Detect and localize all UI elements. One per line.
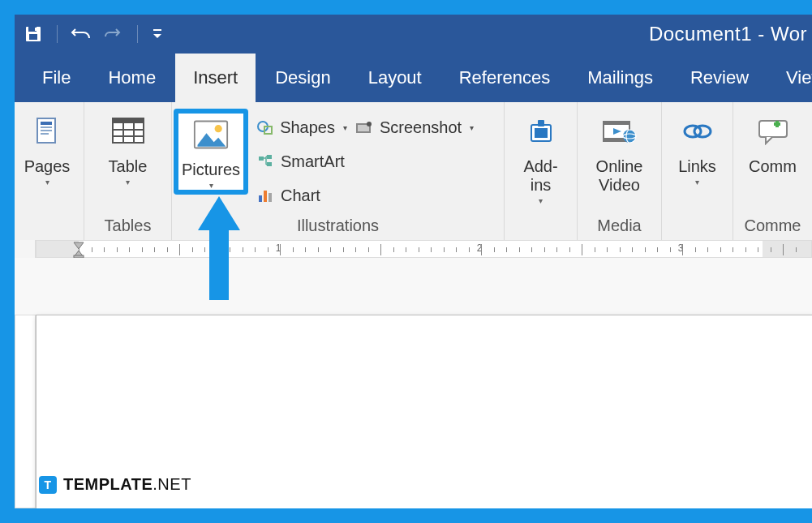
chart-label: Chart	[281, 186, 320, 205]
group-label-tables: Tables	[84, 216, 171, 240]
svg-rect-33	[604, 122, 629, 125]
redo-icon[interactable]	[103, 24, 124, 45]
pages-icon	[29, 114, 65, 149]
tab-home[interactable]: Home	[90, 54, 174, 102]
save-icon[interactable]	[23, 24, 44, 45]
watermark: T TEMPLATE.NET	[39, 475, 191, 494]
svg-rect-27	[358, 125, 369, 131]
tab-review[interactable]: Review	[672, 54, 767, 102]
pictures-button[interactable]: Pictures ▾	[174, 109, 248, 195]
comment-label: Comm	[749, 157, 797, 176]
svg-rect-25	[269, 193, 272, 202]
dropdown-caret-icon: ▾	[539, 196, 543, 205]
quick-access-toolbar	[15, 24, 164, 45]
svg-rect-11	[113, 118, 144, 123]
svg-rect-6	[41, 122, 52, 125]
svg-rect-7	[41, 126, 52, 128]
svg-rect-21	[267, 155, 272, 159]
group-label-addins	[505, 216, 577, 240]
document-area	[15, 258, 812, 508]
group-label-comments: Comme	[733, 216, 812, 240]
vertical-ruler[interactable]	[15, 315, 36, 508]
svg-rect-20	[259, 156, 264, 161]
addins-button[interactable]: Add- ins ▾	[505, 109, 577, 205]
comment-icon	[755, 114, 791, 149]
addins-label: Add- ins	[523, 157, 557, 195]
svg-rect-2	[29, 34, 37, 40]
pages-label: Pages	[24, 157, 71, 176]
dropdown-caret-icon: ▾	[343, 123, 347, 132]
group-pages: Pages ▾	[15, 102, 84, 240]
smartart-icon	[256, 152, 274, 170]
screenshot-button[interactable]: Screenshot ▾	[355, 114, 485, 141]
svg-rect-24	[264, 191, 267, 202]
tab-view[interactable]: View	[768, 54, 812, 102]
undo-icon[interactable]	[71, 24, 92, 45]
tab-file[interactable]: File	[24, 54, 88, 102]
ruler-corner	[15, 240, 36, 258]
svg-rect-30	[538, 120, 544, 126]
document-title: Document1 - Wor	[649, 15, 807, 54]
dropdown-caret-icon: ▾	[45, 178, 49, 186]
svg-rect-8	[41, 130, 52, 131]
group-addins: Add- ins ▾	[505, 102, 578, 240]
watermark-brand: TEMPLATE	[63, 475, 153, 493]
shapes-icon	[256, 118, 273, 136]
pages-button[interactable]: Pages ▾	[15, 109, 79, 186]
group-label-links	[662, 216, 733, 240]
tab-insert[interactable]: Insert	[175, 54, 256, 102]
title-bar: Document1 - Wor	[15, 15, 812, 54]
dropdown-caret-icon: ▾	[209, 181, 213, 190]
svg-point-38	[694, 126, 711, 137]
chart-icon	[256, 186, 274, 204]
addins-icon	[523, 114, 559, 149]
svg-rect-22	[267, 162, 272, 166]
screenshot-label: Screenshot	[380, 118, 462, 137]
svg-rect-39	[759, 121, 787, 137]
tab-layout[interactable]: Layout	[350, 54, 440, 102]
group-label-pages	[15, 216, 84, 240]
svg-rect-4	[153, 29, 161, 31]
svg-point-28	[367, 122, 372, 126]
screenshot-icon	[355, 118, 373, 136]
tab-mailings[interactable]: Mailings	[569, 54, 671, 102]
links-button[interactable]: Links ▾	[662, 109, 733, 186]
pictures-label: Pictures	[182, 161, 240, 179]
online-video-icon	[602, 114, 638, 149]
qat-separator	[57, 25, 58, 43]
pictures-icon	[193, 117, 229, 152]
comment-button[interactable]: Comm	[733, 109, 812, 176]
group-illustrations: Pictures ▾ Shapes ▾ SmartArt	[172, 102, 505, 240]
online-video-label: Online Video	[596, 157, 643, 195]
svg-rect-23	[259, 195, 262, 202]
group-label-media: Media	[578, 216, 661, 240]
tab-design[interactable]: Design	[257, 54, 348, 102]
table-label: Table	[109, 157, 148, 176]
group-label-illustrations: Illustrations	[172, 216, 504, 240]
horizontal-ruler[interactable]: 1 2 3	[15, 240, 812, 258]
table-icon	[110, 114, 146, 149]
svg-rect-31	[535, 128, 548, 138]
shapes-button[interactable]: Shapes ▾	[256, 114, 347, 141]
svg-rect-3	[35, 28, 37, 31]
dropdown-caret-icon: ▾	[695, 178, 699, 186]
chart-button[interactable]: Chart	[256, 182, 347, 209]
online-video-button[interactable]: Online Video	[578, 109, 661, 195]
qat-separator-2	[137, 25, 138, 43]
dropdown-caret-icon: ▾	[126, 178, 130, 186]
group-media: Online Video Media	[578, 102, 662, 240]
watermark-logo-icon: T	[39, 476, 57, 494]
smartart-button[interactable]: SmartArt	[256, 148, 347, 175]
table-button[interactable]: Table ▾	[84, 109, 171, 186]
customize-qat-icon[interactable]	[151, 24, 164, 45]
links-label: Links	[678, 157, 716, 176]
links-icon	[680, 114, 715, 149]
group-links: Links ▾	[662, 102, 733, 240]
ribbon: Pages ▾ Table ▾ Tables	[15, 102, 812, 240]
dropdown-caret-icon: ▾	[470, 123, 474, 132]
svg-rect-9	[41, 133, 49, 135]
tab-references[interactable]: References	[441, 54, 569, 102]
watermark-suffix: .NET	[153, 475, 191, 493]
group-tables: Table ▾ Tables	[84, 102, 172, 240]
svg-point-17	[215, 125, 222, 132]
